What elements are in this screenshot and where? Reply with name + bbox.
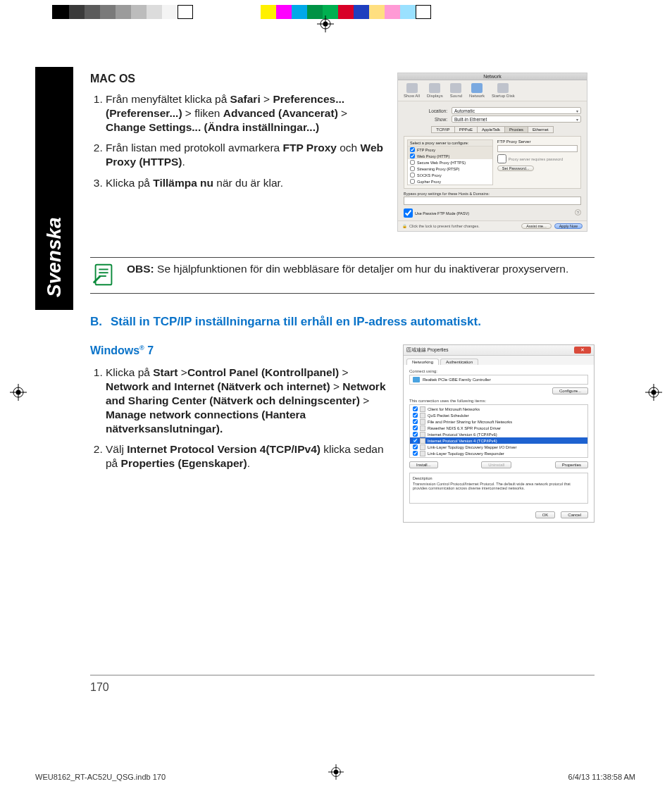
pasv-checkbox[interactable] <box>404 208 413 218</box>
lock-icon[interactable]: 🔒Click the lock to prevent further chang… <box>402 224 480 228</box>
bypass-input[interactable] <box>404 197 581 205</box>
mac-tabs: TCP/IPPPPoEAppleTalkProxiesEthernet <box>404 126 581 133</box>
note-box: OBS: Se hjälpfunktionen för din webbläsa… <box>90 258 595 293</box>
tab-authentication[interactable]: Authentication <box>440 359 478 365</box>
print-color-bar <box>52 5 431 19</box>
requires-password-checkbox[interactable] <box>497 154 506 163</box>
list-item[interactable]: Rawether NDIS 6.X SPR Protocol Driver <box>410 425 587 431</box>
description-box: Description Transmission Control Protoco… <box>409 473 588 504</box>
list-item[interactable]: Link-Layer Topology Discovery Mapper I/O… <box>410 444 587 450</box>
macos-steps: Från menyfältet klicka på Safari > Prefe… <box>90 92 386 190</box>
install-button[interactable]: Install... <box>409 461 438 468</box>
ftp-proxy-checkbox[interactable] <box>410 147 415 152</box>
macos-heading: MAC OS <box>90 73 386 85</box>
mac-toolbar: Show All Displays Sound Network Startup … <box>398 80 587 101</box>
nic-icon <box>413 377 420 382</box>
section-b-heading: B. Ställ in TCP/IP inställningarna till … <box>90 315 595 329</box>
language-tab: Svenska <box>35 67 73 310</box>
page-number: 170 <box>90 681 109 694</box>
windows-properties-screenshot: 區域連線 Properties ✕ Networking Authenticat… <box>403 344 595 523</box>
list-item: Klicka på Tillämpa nu när du är klar. <box>106 176 386 190</box>
footer-timestamp: 6/4/13 11:38:58 AM <box>568 773 635 781</box>
list-item[interactable]: QoS Packet Scheduler <box>410 412 587 418</box>
proxy-row[interactable]: SOCKS Proxy <box>408 172 492 178</box>
page-rule <box>90 675 595 675</box>
list-item: Välj Internet Protocol Version 4(TCP/IPv… <box>106 442 392 471</box>
registration-mark-icon <box>317 15 334 32</box>
list-item[interactable]: Link-Layer Topology Discovery Responder <box>410 450 587 456</box>
web-proxy-checkbox[interactable] <box>410 154 415 158</box>
location-select[interactable]: Automatic <box>452 107 581 114</box>
apply-now-button[interactable]: Apply Now <box>554 223 583 229</box>
mac-window-title: Network <box>398 73 587 80</box>
list-item[interactable]: Internet Protocol Version 6 (TCP/IPv6) <box>410 431 587 437</box>
proxy-row[interactable]: Secure Web Proxy (HTTPS) <box>408 159 492 166</box>
note-label: OBS: <box>127 263 154 275</box>
list-item: Från listan med protokoll avmarkera FTP … <box>106 141 386 169</box>
list-item-selected[interactable]: Internet Protocol Version 4 (TCP/IPv4) <box>410 437 587 444</box>
help-icon[interactable]: ? <box>575 209 581 216</box>
list-item[interactable]: Client for Microsoft Networks <box>410 406 587 412</box>
windows-steps: Klicka på Start >Control Panel (Kontroll… <box>90 366 392 471</box>
connection-items-list: Client for Microsoft Networks QoS Packet… <box>409 404 588 458</box>
adapter-field: Realtek PCIe GBE Family Controller <box>409 375 588 385</box>
proxy-row[interactable]: Streaming Proxy (RTSP) <box>408 166 492 172</box>
assist-button[interactable]: Assist me... <box>521 223 551 229</box>
configure-button[interactable]: Configure... <box>552 387 588 394</box>
proxy-server-input[interactable] <box>497 145 578 152</box>
note-text: Se hjälpfunktionen för din webbläsare fö… <box>154 263 568 275</box>
divider <box>90 293 595 294</box>
footer-filename: WEU8162_RT-AC52U_QSG.indb 170 <box>35 773 166 781</box>
uninstall-button[interactable]: Uninstall <box>481 461 511 468</box>
cancel-button[interactable]: Cancel <box>561 511 588 518</box>
proxy-row[interactable]: Gopher Proxy <box>408 178 492 185</box>
proxy-row[interactable]: Web Proxy (HTTP) <box>408 153 492 159</box>
proxy-row[interactable]: FTP Proxy <box>408 147 492 153</box>
tab-networking[interactable]: Networking <box>406 359 439 365</box>
registration-mark-icon <box>10 384 27 401</box>
show-select[interactable]: Built-in Ethernet <box>452 116 581 123</box>
close-icon[interactable]: ✕ <box>574 347 591 354</box>
note-icon <box>90 262 117 289</box>
windows-heading: Windows® 7 <box>90 344 392 357</box>
list-item: Från menyfältet klicka på Safari > Prefe… <box>106 92 386 134</box>
registration-mark-icon <box>645 384 662 401</box>
win-dialog-title: 區域連線 Properties <box>406 347 448 354</box>
macos-network-screenshot: Network Show All Displays Sound Network … <box>397 73 587 232</box>
svg-rect-12 <box>96 265 112 285</box>
list-item: Klicka på Start >Control Panel (Kontroll… <box>106 366 392 435</box>
properties-button[interactable]: Properties <box>555 461 588 468</box>
ok-button[interactable]: OK <box>535 511 556 518</box>
set-password-button[interactable]: Set Password... <box>497 166 535 171</box>
list-item[interactable]: File and Printer Sharing for Microsoft N… <box>410 418 587 425</box>
registration-mark-icon <box>328 764 344 780</box>
